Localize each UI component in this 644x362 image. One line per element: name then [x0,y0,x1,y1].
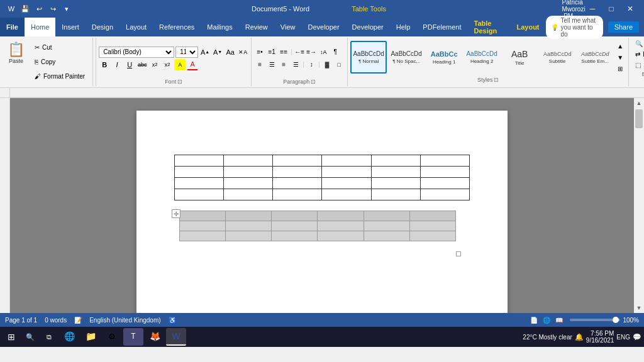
styles-down-button[interactable]: ▼ [614,52,626,63]
shrink-font-button[interactable]: A▼ [212,47,223,58]
decrease-indent-button[interactable]: ←≡ [294,47,305,58]
notification-center-button[interactable]: 💬 [633,333,641,341]
table-cell[interactable] [273,178,322,189]
menu-review[interactable]: Review [239,18,274,36]
show-hide-button[interactable]: ¶ [330,47,341,58]
table-cell[interactable] [318,231,364,241]
table-cell[interactable] [226,211,272,221]
table-cell[interactable] [322,189,371,200]
table-cell[interactable] [224,167,273,178]
taskbar-explorer[interactable]: 📁 [80,328,101,346]
customize-button[interactable]: ▾ [60,3,73,15]
style-subtitle[interactable]: AaBbCcDd Subtitle [539,41,575,74]
table-cell[interactable] [420,155,469,167]
table-cell[interactable] [420,167,469,178]
superscript-button[interactable]: x2 [162,59,173,70]
table-move-handle[interactable]: ✛ [172,209,180,218]
table-cell[interactable] [318,211,364,221]
grow-font-button[interactable]: A▲ [199,47,211,58]
table-cell[interactable] [322,167,371,178]
menu-developer2[interactable]: Developer [346,18,390,36]
format-painter-button[interactable]: 🖌 Format Painter [31,72,89,81]
menu-layout[interactable]: Layout [119,18,153,36]
table-cell[interactable] [273,189,322,200]
font-dialog-launcher[interactable]: ⊡ [177,79,182,85]
scroll-down-button[interactable]: ▼ [634,303,644,313]
table-cell[interactable] [322,155,371,167]
table-cell[interactable] [409,221,455,231]
table-cell[interactable] [318,221,364,231]
table-cell[interactable] [272,231,318,241]
style-subtle-em[interactable]: AaBbCcDd Subtle Em... [577,41,613,74]
menu-help[interactable]: Help [390,18,417,36]
tell-me-box[interactable]: 💡 Tell me what you want to do [546,16,603,39]
table-cell[interactable] [175,155,224,167]
multilevel-button[interactable]: ≡≡ [278,47,289,58]
italic-button[interactable]: I [111,59,123,70]
table-cell[interactable] [371,178,420,189]
table2[interactable] [179,211,456,241]
print-layout-button[interactable]: 📄 [528,314,540,326]
style-title[interactable]: AaB Title [501,41,538,74]
table-cell[interactable] [224,155,273,167]
table-cell[interactable] [226,231,272,241]
start-button[interactable]: ⊞ [3,328,20,346]
copy-button[interactable]: ⎘ Copy [31,57,89,67]
document-area[interactable]: ✛ [10,98,634,313]
style-no-spacing[interactable]: AaBbCcDd ¶ No Spac... [388,41,425,74]
taskbar-settings[interactable]: ⚙ [102,328,122,346]
menu-insert[interactable]: Insert [55,18,86,36]
strikethrough-button[interactable]: abc [136,59,148,70]
scroll-track[interactable] [634,108,644,303]
styles-dialog-launcher[interactable]: ⊡ [494,77,499,83]
table-cell[interactable] [175,178,224,189]
case-button[interactable]: Aa [225,47,236,58]
increase-indent-button[interactable]: ≡→ [306,47,317,58]
style-heading1[interactable]: AaBbCc Heading 1 [426,41,462,74]
read-mode-button[interactable]: 📖 [553,314,565,326]
language-indicator[interactable]: English (United Kingdom) [89,317,160,324]
table-cell[interactable] [371,155,420,167]
sort-button[interactable]: ↕A [318,47,329,58]
align-left-button[interactable]: ≡ [254,59,265,70]
share-button[interactable]: Share [608,21,639,33]
taskbar-notification-icon[interactable]: 🔔 [575,333,584,341]
table-cell[interactable] [175,189,224,200]
paragraph-dialog-launcher[interactable]: ⊡ [311,79,316,85]
styles-up-button[interactable]: ▲ [614,40,626,52]
menu-home[interactable]: Home [25,18,55,36]
taskbar-word[interactable]: W [166,328,186,346]
undo-button[interactable]: ↩ [33,3,45,15]
table-cell[interactable] [272,211,318,221]
task-view-button[interactable]: ⧉ [40,328,58,346]
taskbar-edge[interactable]: 🌐 [59,328,79,346]
font-family-select[interactable]: Calibri (Body) [99,47,174,58]
table-cell[interactable] [273,167,322,178]
save-button[interactable]: 💾 [19,3,31,15]
replace-button[interactable]: ⇄ Replace [631,50,644,59]
subscript-button[interactable]: x2 [149,59,160,70]
table-cell[interactable] [420,178,469,189]
bold-button[interactable]: B [99,59,110,70]
word-icon[interactable]: W [5,3,18,15]
table-cell[interactable] [175,167,224,178]
highlight-button[interactable]: A [174,59,186,70]
table-cell[interactable] [409,211,455,221]
table-resize-handle[interactable] [456,251,461,256]
table-cell[interactable] [180,211,226,221]
paste-button[interactable]: 📋 Paste [3,39,30,67]
align-right-button[interactable]: ≡ [278,59,289,70]
font-size-select[interactable]: 11 [175,47,198,58]
menu-file[interactable]: File [0,18,25,36]
find-button[interactable]: 🔍 Find ▾ [631,39,644,48]
table-cell[interactable] [364,221,409,231]
table-cell[interactable] [409,231,455,241]
justify-button[interactable]: ☰ [290,59,301,70]
table-cell[interactable] [272,221,318,231]
align-center-button[interactable]: ☰ [266,59,277,70]
menu-developer[interactable]: Developer [301,18,345,36]
menu-table-design[interactable]: Table Design [468,18,511,36]
table-cell[interactable] [371,167,420,178]
line-spacing-button[interactable]: ↕ [306,59,317,70]
cut-button[interactable]: ✂ Cut [31,43,89,52]
